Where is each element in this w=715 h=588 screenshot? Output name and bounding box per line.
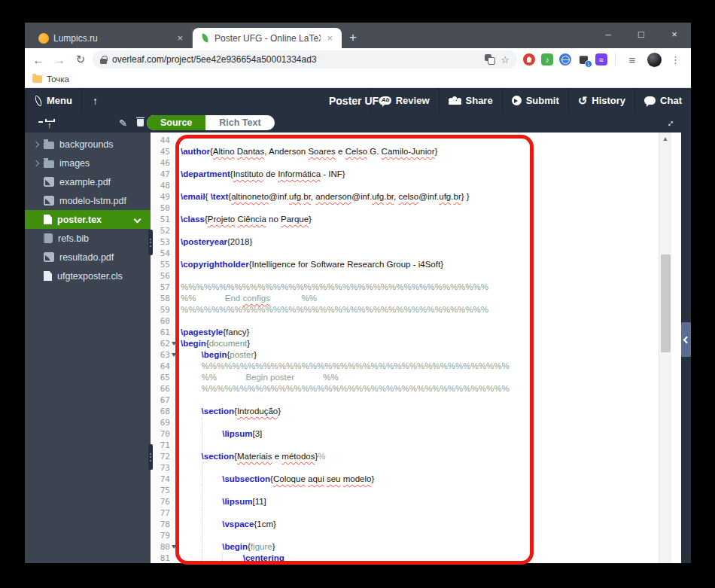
header-actions: Review Share Submit ↻ History <box>370 88 691 113</box>
chevron-down-icon[interactable] <box>134 216 141 224</box>
tree-item-backgrounds[interactable]: backgrounds <box>25 135 151 154</box>
lumpics-favicon <box>38 33 49 44</box>
code-line: \subsection{Coloque aqui seu modelo} <box>181 474 681 485</box>
code-line <box>181 203 681 214</box>
screenshot-stage: Lumpics.ru × Poster UFG - Online LaTeX E… <box>0 0 715 588</box>
tab-close-icon[interactable]: × <box>325 32 334 44</box>
code-line: %%%%%%%%%%%%%%%%%%%%%%%%%%%%%%%%%%%%%%%% <box>181 282 681 293</box>
menu-label: Menu <box>47 95 72 106</box>
code-line: %% End configs %% <box>181 293 681 304</box>
code-line: \lipsum[11] <box>181 496 681 507</box>
tab-label: Poster UFG - Online LaTeX Editor <box>214 33 321 44</box>
file-name: images <box>59 158 90 169</box>
tab-lumpics[interactable]: Lumpics.ru × <box>31 28 193 48</box>
image-file-icon <box>44 177 54 187</box>
purple-extension-icon[interactable] <box>595 53 607 66</box>
chevron-right-icon[interactable] <box>33 160 39 166</box>
back-button[interactable]: ← <box>29 53 47 66</box>
forward-button[interactable]: → <box>50 53 68 66</box>
code-line <box>181 530 681 541</box>
lock-icon <box>100 56 107 64</box>
history-icon: ↻ <box>578 94 588 108</box>
file-name: resultado.pdf <box>59 252 114 263</box>
bookmark-item[interactable]: Точка <box>47 75 69 84</box>
url-text: overleaf.com/project/5ee42e936654a500013… <box>112 54 479 65</box>
code-editor[interactable]: 4445464748495051525354555657585960616263… <box>151 133 681 563</box>
share-button[interactable]: Share <box>440 88 502 113</box>
code-line <box>181 395 681 406</box>
browser-menu-icon[interactable]: ⋮ <box>668 54 683 66</box>
code-line: \section{Materiais e métodos}% <box>181 451 681 462</box>
editor-toolbar: ✎ Source Rich Text ↔ <box>25 113 691 133</box>
maximize-button[interactable]: □ <box>625 29 658 40</box>
tex-file-icon <box>44 215 52 224</box>
back-to-projects-icon[interactable]: ↑ <box>82 95 108 107</box>
close-button[interactable]: × <box>658 29 691 40</box>
sidebar-drag-handle[interactable] <box>148 230 153 255</box>
extensions-row: 1 ≡ ⋮ <box>520 53 686 67</box>
code-line: \class{Projeto Ciência no Parque} <box>181 214 681 225</box>
code-line: \author{Altino Dantas, Anderson Soares e… <box>181 146 681 157</box>
tab-source[interactable]: Source <box>147 115 205 130</box>
submit-button[interactable]: Submit <box>503 88 568 113</box>
review-icon <box>380 96 391 105</box>
code-line: \begin{document} <box>181 338 681 349</box>
window-controls: – □ × <box>592 23 691 45</box>
tab-rich-text[interactable]: Rich Text <box>205 115 274 130</box>
file-name: backgrounds <box>59 139 114 150</box>
rename-button[interactable]: ✎ <box>119 117 127 129</box>
menu-button[interactable]: Menu <box>25 88 81 113</box>
code-line: \begin{poster} <box>181 349 681 361</box>
tree-item-ufgtexposter-cls[interactable]: ufgtexposter.cls <box>25 267 151 285</box>
tree-item-refs-bib[interactable]: refs.bib <box>25 229 151 248</box>
tree-item-poster-tex[interactable]: poster.tex <box>25 210 151 229</box>
new-tab-button[interactable]: + <box>349 30 357 45</box>
reload-button[interactable]: ↻ <box>72 53 90 66</box>
code-lines[interactable]: \author{Altino Dantas, Anderson Soares e… <box>175 133 681 563</box>
music-extension-icon[interactable] <box>541 53 553 66</box>
editor-scrollbar[interactable]: ▲ <box>659 133 671 563</box>
playlist-icon[interactable]: ≡ <box>623 53 641 66</box>
code-line <box>181 225 681 236</box>
bookmark-star-icon[interactable]: ☆ <box>500 54 510 66</box>
file-name: example.pdf <box>59 177 111 187</box>
folder-icon <box>44 160 54 168</box>
tree-item-example-pdf[interactable]: example.pdf <box>25 172 151 191</box>
bookmarks-bar: Точка <box>25 71 691 88</box>
cls-file-icon <box>44 271 52 281</box>
sidebar-drag-handle-lower[interactable] <box>148 444 153 470</box>
scrollbar-thumb[interactable] <box>661 254 671 352</box>
tree-item-resultado-pdf[interactable]: resultado.pdf <box>25 248 151 267</box>
code-line <box>181 270 681 282</box>
code-line: %% Begin poster %% <box>181 372 681 383</box>
adblock-extension-icon[interactable] <box>523 53 535 66</box>
edit-operations: ✎ <box>119 117 136 129</box>
file-name: modelo-lstm.pdf <box>59 196 126 206</box>
tab-close-icon[interactable]: × <box>175 32 184 44</box>
code-line: %%%%%%%%%%%%%%%%%%%%%%%%%%%%%%%%%%%%%%%% <box>181 383 681 395</box>
splitter-handle[interactable] <box>681 322 691 357</box>
code-line: \lipsum[3] <box>181 428 681 440</box>
scroll-up-icon[interactable]: ▲ <box>662 136 668 142</box>
fullscreen-toggle-icon[interactable]: ↔ <box>662 115 677 130</box>
code-line: %%%%%%%%%%%%%%%%%%%%%%%%%%%%%%%%%%%%%%%% <box>181 361 681 372</box>
code-line <box>181 248 681 259</box>
minimize-button[interactable]: – <box>592 29 625 40</box>
code-line <box>181 157 681 169</box>
address-bar[interactable]: overleaf.com/project/5ee42e936654a500013… <box>93 50 517 69</box>
code-line <box>181 135 681 146</box>
history-button[interactable]: ↻ History <box>569 88 634 113</box>
code-line <box>181 315 681 327</box>
cube-extension-icon[interactable]: 1 <box>577 53 589 66</box>
globe-extension-icon[interactable] <box>559 53 571 66</box>
tree-item-modelo-lstm-pdf[interactable]: modelo-lstm.pdf <box>25 191 151 210</box>
chevron-right-icon[interactable] <box>33 141 39 147</box>
profile-avatar[interactable] <box>647 53 662 67</box>
tab-overleaf[interactable]: Poster UFG - Online LaTeX Editor × <box>193 28 342 48</box>
review-button[interactable]: Review <box>371 88 439 113</box>
translate-icon[interactable] <box>485 54 495 65</box>
chat-button[interactable]: Chat <box>635 88 691 113</box>
code-line <box>181 440 681 451</box>
source-richtext-toggle: Source Rich Text <box>147 115 275 130</box>
tree-item-images[interactable]: images <box>25 154 151 172</box>
